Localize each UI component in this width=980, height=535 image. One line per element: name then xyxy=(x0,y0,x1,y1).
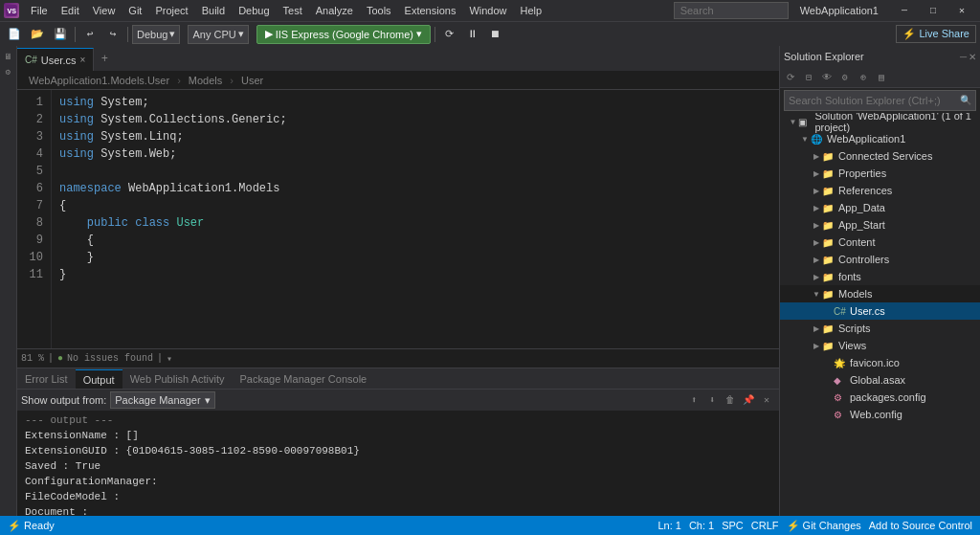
toolbar-separator-1 xyxy=(75,27,76,42)
output-pin-button[interactable]: 📌 xyxy=(740,391,757,409)
breadcrumb-item-2[interactable]: User xyxy=(237,75,267,86)
live-share-button[interactable]: ⚡ Live Share xyxy=(896,25,976,43)
debug-mode-dropdown[interactable]: Debug ▾ xyxy=(132,25,180,44)
tab-close-button[interactable]: × xyxy=(79,55,85,65)
fonts-icon: 📁 xyxy=(822,272,835,282)
menu-extensions[interactable]: Extensions xyxy=(399,3,462,18)
breadcrumb-item-0[interactable]: WebApplication1.Models.User xyxy=(25,75,173,86)
se-sync-btn[interactable]: ⟳ xyxy=(782,69,799,86)
svg-text:VS: VS xyxy=(8,7,17,15)
se-settings-btn[interactable]: ⚙ xyxy=(836,69,854,86)
breadcrumb-item-1[interactable]: Models xyxy=(185,75,226,86)
tab-error-list[interactable]: Error List xyxy=(17,369,76,389)
menu-edit[interactable]: Edit xyxy=(56,3,85,18)
cpu-dropdown[interactable]: Any CPU ▾ xyxy=(188,25,248,44)
open-button[interactable]: 📂 xyxy=(27,24,48,45)
output-clear-button[interactable]: 🗑 xyxy=(722,391,739,409)
views-label: Views xyxy=(838,340,866,351)
se-search-box[interactable]: 🔍 xyxy=(784,90,976,111)
tree-app-start[interactable]: ▶ 📁 App_Start xyxy=(780,216,980,234)
tab-web-publish[interactable]: Web Publish Activity xyxy=(122,369,233,389)
code-line-6: namespace WebApplication1.Models xyxy=(59,180,760,197)
se-search-input[interactable] xyxy=(789,95,960,106)
tree-scripts[interactable]: ▶ 📁 Scripts xyxy=(780,320,980,337)
code-content[interactable]: using System; using System.Collections.G… xyxy=(52,90,768,348)
tree-properties[interactable]: ▶ 📁 Properties xyxy=(780,165,980,182)
editor-scrollbar[interactable] xyxy=(768,90,779,348)
tab-output[interactable]: Output xyxy=(76,369,122,389)
menu-test[interactable]: Test xyxy=(278,3,308,18)
menu-build[interactable]: Build xyxy=(196,3,231,18)
redo-button[interactable]: ↪ xyxy=(102,24,123,45)
tree-favicon[interactable]: 🌟 favicon.ico xyxy=(780,354,980,371)
properties-label: Properties xyxy=(838,167,886,179)
center-area: 🖥 ⚙ C# User.cs × + WebApplication1.Model… xyxy=(0,46,980,516)
tree-solution[interactable]: ▼ ▣ Solution 'WebApplication1' (1 of 1 p… xyxy=(780,113,980,130)
tree-web-config[interactable]: ⚙ Web.config xyxy=(780,406,980,423)
tree-controllers[interactable]: ▶ 📁 Controllers xyxy=(780,251,980,268)
menu-git[interactable]: Git xyxy=(122,3,147,18)
add-source-control-btn[interactable]: Add to Source Control xyxy=(869,520,972,532)
menu-view[interactable]: View xyxy=(87,3,122,18)
output-close-button[interactable]: ✕ xyxy=(758,391,775,409)
tree-fonts[interactable]: ▶ 📁 fonts xyxy=(780,268,980,285)
tab-user-cs[interactable]: C# User.cs × xyxy=(17,48,94,71)
new-tab-button[interactable]: + xyxy=(94,48,115,71)
usercs-label: User.cs xyxy=(850,305,885,317)
se-tree: ▼ ▣ Solution 'WebApplication1' (1 of 1 p… xyxy=(780,113,980,516)
tab-package-manager[interactable]: Package Manager Console xyxy=(233,369,375,389)
menu-file[interactable]: File xyxy=(25,3,54,18)
tree-models[interactable]: ▼ 📁 Models xyxy=(780,285,980,302)
sidebar-toolbox[interactable]: ⚙ xyxy=(2,65,15,78)
new-file-button[interactable]: 📄 xyxy=(4,24,25,45)
toolbar-btn-1[interactable]: ⟳ xyxy=(439,24,460,45)
output-line-5: FileCodeModel : xyxy=(25,489,771,504)
close-button[interactable]: ✕ xyxy=(947,0,976,21)
app-data-label: App_Data xyxy=(838,202,885,213)
menu-bar: VS File Edit View Git Project Build Debu… xyxy=(0,0,980,21)
se-collapse-btn[interactable]: ⊟ xyxy=(800,69,817,86)
controllers-label: Controllers xyxy=(838,254,889,265)
output-content[interactable]: --- output --- ExtensionName : [] Extens… xyxy=(17,411,779,516)
tree-references[interactable]: ▶ 📁 References xyxy=(780,182,980,199)
tree-global-asax[interactable]: ◆ Global.asax xyxy=(780,371,980,389)
tree-app-data[interactable]: ▶ 📁 App_Data xyxy=(780,199,980,216)
se-filter-btn[interactable]: ⊕ xyxy=(855,69,872,86)
tree-content[interactable]: ▶ 📁 Content xyxy=(780,234,980,251)
undo-button[interactable]: ↩ xyxy=(79,24,100,45)
web-config-label: Web.config xyxy=(850,409,902,420)
output-source-dropdown[interactable]: Package Manager ▾ xyxy=(110,391,214,409)
se-show-all-btn[interactable]: 👁 xyxy=(818,69,835,86)
toolbar-btn-3[interactable]: ⏹ xyxy=(485,24,506,45)
se-unpin-button[interactable]: ✕ xyxy=(969,52,976,62)
tab-bar: C# User.cs × + xyxy=(17,46,779,71)
tree-views[interactable]: ▶ 📁 Views xyxy=(780,337,980,354)
scripts-label: Scripts xyxy=(838,323,871,334)
sidebar-server-explorer[interactable]: 🖥 xyxy=(2,50,15,63)
tree-user-cs[interactable]: C# User.cs xyxy=(780,302,980,320)
fonts-label: fonts xyxy=(838,271,861,282)
output-btn-1[interactable]: ⬆ xyxy=(685,391,702,409)
se-preview-btn[interactable]: ▤ xyxy=(873,69,890,86)
toolbar-btn-2[interactable]: ⏸ xyxy=(462,24,483,45)
menu-project[interactable]: Project xyxy=(149,3,193,18)
menu-window[interactable]: Window xyxy=(463,3,512,18)
se-pin-button[interactable]: ─ xyxy=(960,52,967,62)
zoom-level[interactable]: 81 % xyxy=(21,353,44,364)
menu-debug[interactable]: Debug xyxy=(233,3,275,18)
save-button[interactable]: 💾 xyxy=(50,24,71,45)
source-control-btn[interactable]: ⚡ Git Changes xyxy=(787,520,861,532)
search-input[interactable] xyxy=(674,2,789,19)
bottom-bar-right: Ln: 1 Ch: 1 SPC CRLF ⚡ Git Changes Add t… xyxy=(657,520,972,532)
issues-count[interactable]: ▾ xyxy=(167,353,172,365)
menu-analyze[interactable]: Analyze xyxy=(310,3,359,18)
minimize-button[interactable]: ─ xyxy=(890,0,919,21)
tree-connected-services[interactable]: ▶ 📁 Connected Services xyxy=(780,147,980,165)
maximize-button[interactable]: □ xyxy=(919,0,947,21)
tree-packages-config[interactable]: ⚙ packages.config xyxy=(780,389,980,406)
menu-tools[interactable]: Tools xyxy=(361,3,397,18)
content-arrow: ▶ xyxy=(811,238,822,247)
output-btn-2[interactable]: ⬇ xyxy=(703,391,721,409)
run-button[interactable]: ▶ IIS Express (Google Chrome) ▾ xyxy=(256,25,431,44)
menu-help[interactable]: Help xyxy=(515,3,548,18)
